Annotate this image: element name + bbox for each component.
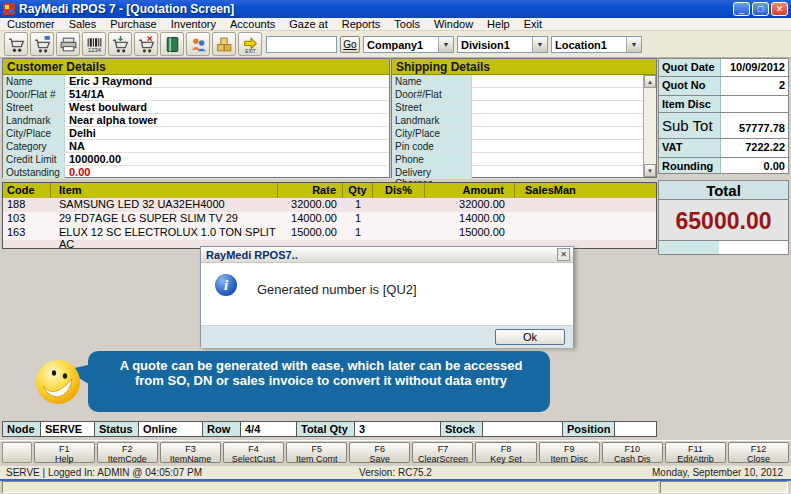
shipping-doorflat-field[interactable]	[472, 88, 643, 100]
shipping-delivery-field[interactable]	[472, 166, 643, 178]
shipping-details-header: Shipping Details	[392, 59, 656, 75]
date-text: Monday, September 10, 2012	[652, 467, 783, 478]
table-row[interactable]: 188 SAMSUNG LED 32 UA32EH4000 32000.00 1…	[3, 198, 656, 212]
menu-customer[interactable]: Customer	[0, 18, 62, 30]
purchase-cart-icon	[33, 35, 52, 54]
customer-doorflat-field[interactable]: 514/1A	[65, 88, 389, 100]
sales-cart-icon	[7, 35, 26, 54]
customer-outstanding-label: Outstanding	[3, 166, 65, 178]
f6-save-button[interactable]: F6Save	[349, 442, 410, 463]
chevron-down-icon: ▼	[532, 37, 547, 52]
cell-code: 188	[3, 198, 51, 212]
menu-window[interactable]: Window	[427, 18, 480, 30]
shipping-city-label: City/Place	[392, 127, 472, 139]
f5-itemcomt-button[interactable]: F5Item Comt	[286, 442, 347, 463]
shipping-city-field[interactable]	[472, 127, 643, 139]
shipping-landmark-label: Landmark	[392, 114, 472, 126]
close-button[interactable]: ✕	[771, 2, 788, 16]
barcode-button[interactable]: 1234	[82, 32, 106, 56]
division-select[interactable]: Division1 ▼	[457, 36, 548, 53]
f7-clearscreen-button[interactable]: F7ClearScreen	[412, 442, 473, 463]
customer-street-field[interactable]: West boulward	[65, 101, 389, 113]
menu-reports[interactable]: Reports	[335, 18, 388, 30]
menu-gaze-at[interactable]: Gaze at	[282, 18, 335, 30]
location-select[interactable]: Location1 ▼	[551, 36, 642, 53]
menu-inventory[interactable]: Inventory	[164, 18, 223, 30]
app-icon	[3, 3, 15, 15]
users-button[interactable]	[186, 32, 210, 56]
menu-purchase[interactable]: Purchase	[103, 18, 163, 30]
cell-qty: 1	[343, 226, 373, 240]
f8-keyset-button[interactable]: F8Key Set	[475, 442, 536, 463]
total-label: Total	[658, 180, 789, 200]
sub-tot-label: Sub Tot	[659, 113, 721, 138]
table-row[interactable]: 103 29 FD7AGE LG SUPER SLIM TV 29 14000.…	[3, 212, 656, 226]
function-key-bar: F1Help F2ItemCode F3ItemName F4SelectCus…	[0, 440, 791, 464]
shipping-details-panel: Shipping Details Name Door#/Flat Street …	[391, 58, 657, 178]
f4-selectcust-button[interactable]: F4SelectCust	[223, 442, 284, 463]
shipping-scrollbar[interactable]: ▲ ▼	[643, 75, 656, 177]
col-header-salesman: SalesMan	[515, 183, 656, 198]
table-row[interactable]: 163 ELUX 12 SC ELECTROLUX 1.0 TON SPLIT …	[3, 226, 656, 240]
customer-landmark-field[interactable]: Near alpha tower	[65, 114, 389, 126]
ok-button[interactable]: Ok	[495, 329, 565, 345]
shipping-name-field[interactable]	[472, 75, 643, 87]
position-label: Position	[563, 422, 615, 436]
menu-help[interactable]: Help	[480, 18, 517, 30]
sales-cart-button[interactable]	[4, 32, 28, 56]
f9-itemdisc-button[interactable]: F9Item Disc	[539, 442, 600, 463]
menu-exit[interactable]: Exit	[517, 18, 549, 30]
customer-name-field[interactable]: Eric J Raymond	[65, 75, 389, 87]
grid-status-row: Node SERVE Status Online Row 4/4 Total Q…	[2, 421, 657, 437]
cart-in-icon	[111, 35, 130, 54]
stock-boxes-icon	[215, 35, 234, 54]
scroll-down-icon[interactable]: ▼	[644, 164, 656, 177]
minimize-button[interactable]: _	[733, 2, 750, 16]
shipping-phone-label: Phone	[392, 153, 472, 165]
printer-button[interactable]	[56, 32, 80, 56]
scroll-up-icon[interactable]: ▲	[644, 75, 656, 88]
customer-creditlimit-field[interactable]: 100000.00	[65, 153, 389, 165]
f11-editattrib-button[interactable]: F11EditAttrib	[665, 442, 726, 463]
f10-cashdis-button[interactable]: F10Cash Dis	[602, 442, 663, 463]
menu-tools[interactable]: Tools	[387, 18, 427, 30]
menu-sales[interactable]: Sales	[62, 18, 104, 30]
total-qty-value: 3	[355, 422, 441, 436]
cell-dis	[373, 198, 425, 212]
quick-search-input[interactable]	[266, 36, 337, 53]
stock-button[interactable]	[212, 32, 236, 56]
chevron-down-icon: ▼	[626, 37, 641, 52]
customer-category-field[interactable]: NA	[65, 140, 389, 152]
f2-itemcode-button[interactable]: F2ItemCode	[97, 442, 158, 463]
total-qty-label: Total Qty	[297, 422, 355, 436]
customer-details-header: Customer Details	[3, 59, 389, 75]
cart-in-button[interactable]	[108, 32, 132, 56]
shipping-street-field[interactable]	[472, 101, 643, 113]
cell-item: 29 FD7AGE LG SUPER SLIM TV 29	[51, 212, 278, 226]
restore-button[interactable]: □	[752, 2, 769, 16]
printer-icon	[59, 35, 78, 54]
go-button[interactable]: Go	[340, 36, 360, 53]
purchase-cart-button[interactable]	[30, 32, 54, 56]
shipping-landmark-field[interactable]	[472, 114, 643, 126]
dialog-close-icon[interactable]: ✕	[557, 248, 570, 261]
customer-name-label: Name	[3, 75, 65, 87]
ledger-button[interactable]	[160, 32, 184, 56]
svg-text:1234: 1234	[88, 47, 102, 53]
shipping-phone-field[interactable]	[472, 153, 643, 165]
customer-city-field[interactable]: Delhi	[65, 127, 389, 139]
cell-item: ELUX 12 SC ELECTROLUX 1.0 TON SPLIT AC	[51, 226, 278, 240]
cart-out-button[interactable]	[134, 32, 158, 56]
cell-amount: 15000.00	[425, 226, 515, 240]
shipping-pincode-field[interactable]	[472, 140, 643, 152]
company-select[interactable]: Company1 ▼	[363, 36, 454, 53]
f12-close-button[interactable]: F12Close	[728, 442, 789, 463]
menu-bar: Customer Sales Purchase Inventory Accoun…	[0, 18, 791, 31]
f1-help-button[interactable]: F1Help	[34, 442, 95, 463]
menu-accounts[interactable]: Accounts	[223, 18, 282, 30]
f3-itemname-button[interactable]: F3ItemName	[160, 442, 221, 463]
quot-date-value: 10/09/2012	[721, 59, 788, 76]
app-window: RayMedi RPOS 7 - [Quotation Screen] _ □ …	[0, 0, 791, 494]
exit-button[interactable]: EXIT	[238, 32, 262, 56]
item-disc-value[interactable]	[721, 96, 788, 112]
